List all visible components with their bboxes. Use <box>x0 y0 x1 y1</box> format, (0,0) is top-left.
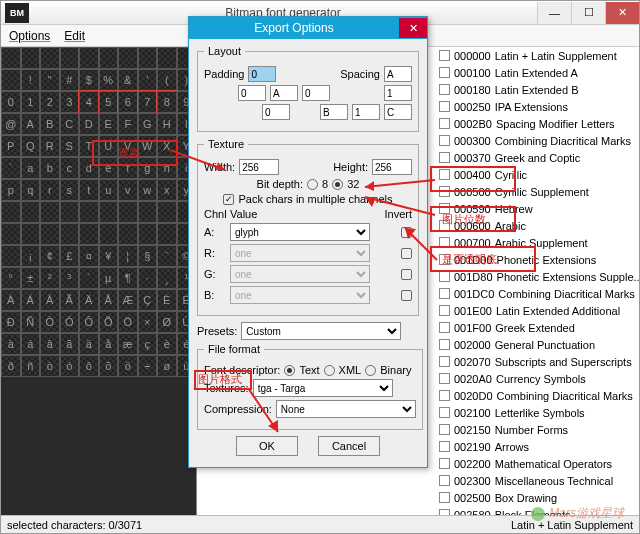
channel-g-select[interactable]: one <box>230 265 370 283</box>
range-checkbox[interactable] <box>439 475 450 486</box>
grid-cell[interactable]: ` <box>1 157 21 179</box>
grid-cell[interactable]: b <box>40 157 60 179</box>
grid-cell[interactable] <box>79 47 99 69</box>
dialog-close-button[interactable]: ✕ <box>399 18 427 38</box>
grid-cell[interactable]: Õ <box>99 311 119 333</box>
grid-cell[interactable] <box>99 223 119 245</box>
range-checkbox[interactable] <box>439 220 450 231</box>
range-checkbox[interactable] <box>439 186 450 197</box>
grid-cell[interactable]: W <box>138 135 158 157</box>
grid-cell[interactable]: ° <box>1 267 21 289</box>
range-checkbox[interactable] <box>439 288 450 299</box>
range-checkbox[interactable] <box>439 356 450 367</box>
grid-cell[interactable]: Æ <box>118 289 138 311</box>
range-list-item[interactable]: 000700Arabic Supplement <box>435 234 639 251</box>
grid-cell[interactable]: õ <box>99 355 119 377</box>
range-list-item[interactable]: 002070Subscripts and Superscripts <box>435 353 639 370</box>
grid-cell[interactable]: Å <box>99 289 119 311</box>
grid-cell[interactable]: å <box>99 333 119 355</box>
grid-cell[interactable]: 2 <box>40 91 60 113</box>
presets-select[interactable]: Custom <box>241 322 401 340</box>
grid-cell[interactable]: 8 <box>157 91 177 113</box>
grid-cell[interactable]: ó <box>60 355 80 377</box>
grid-cell[interactable]: ÷ <box>138 355 158 377</box>
grid-cell[interactable]: Ä <box>79 289 99 311</box>
grid-cell[interactable]: p <box>1 179 21 201</box>
grid-cell[interactable]: % <box>99 69 119 91</box>
close-button[interactable]: ✕ <box>605 2 639 24</box>
grid-cell[interactable] <box>1 69 21 91</box>
grid-cell[interactable]: v <box>118 179 138 201</box>
pack-chars-checkbox[interactable] <box>223 194 234 205</box>
range-checkbox[interactable] <box>439 305 450 316</box>
grid-cell[interactable]: X <box>157 135 177 157</box>
range-checkbox[interactable] <box>439 118 450 129</box>
minimize-button[interactable]: — <box>537 2 571 24</box>
grid-cell[interactable] <box>157 47 177 69</box>
cancel-button[interactable]: Cancel <box>318 436 380 456</box>
padding-a-input[interactable] <box>270 85 298 101</box>
dialog-titlebar[interactable]: Export Options ✕ <box>189 17 427 39</box>
channel-r-select[interactable]: one <box>230 244 370 262</box>
grid-cell[interactable]: ¨ <box>157 245 177 267</box>
grid-cell[interactable]: T <box>79 135 99 157</box>
grid-cell[interactable]: × <box>138 311 158 333</box>
grid-cell[interactable]: e <box>99 157 119 179</box>
grid-cell[interactable]: ñ <box>21 355 41 377</box>
grid-cell[interactable]: t <box>79 179 99 201</box>
range-checkbox[interactable] <box>439 492 450 503</box>
grid-cell[interactable]: u <box>99 179 119 201</box>
spacing-b-input[interactable] <box>320 104 348 120</box>
invert-b-checkbox[interactable] <box>401 290 412 301</box>
range-checkbox[interactable] <box>439 373 450 384</box>
grid-cell[interactable] <box>79 201 99 223</box>
grid-cell[interactable] <box>60 201 80 223</box>
grid-cell[interactable] <box>60 47 80 69</box>
grid-cell[interactable]: h <box>157 157 177 179</box>
grid-cell[interactable]: D <box>79 113 99 135</box>
range-checkbox[interactable] <box>439 407 450 418</box>
grid-cell[interactable]: Ø <box>157 311 177 333</box>
range-checkbox[interactable] <box>439 339 450 350</box>
grid-cell[interactable]: Á <box>21 289 41 311</box>
range-checkbox[interactable] <box>439 254 450 265</box>
grid-cell[interactable]: Ó <box>60 311 80 333</box>
grid-cell[interactable]: À <box>1 289 21 311</box>
range-list-item[interactable]: 001E00Latin Extended Additional <box>435 302 639 319</box>
grid-cell[interactable]: ã <box>60 333 80 355</box>
grid-cell[interactable] <box>1 201 21 223</box>
grid-cell[interactable]: ¸ <box>157 267 177 289</box>
range-list-item[interactable]: 000400Cyrillic <box>435 166 639 183</box>
range-list-item[interactable]: 002200Mathematical Operators <box>435 455 639 472</box>
grid-cell[interactable]: ¥ <box>99 245 119 267</box>
grid-cell[interactable]: ¶ <box>118 267 138 289</box>
grid-cell[interactable] <box>157 223 177 245</box>
maximize-button[interactable]: ☐ <box>571 2 605 24</box>
grid-cell[interactable] <box>138 223 158 245</box>
padding-left-input[interactable] <box>238 85 266 101</box>
invert-a-checkbox[interactable] <box>401 227 412 238</box>
grid-cell[interactable]: á <box>21 333 41 355</box>
grid-cell[interactable]: q <box>21 179 41 201</box>
grid-cell[interactable]: à <box>1 333 21 355</box>
range-list-item[interactable]: 0020D0Combining Diacritical Marks <box>435 387 639 404</box>
fd-xml-radio[interactable] <box>324 365 335 376</box>
grid-cell[interactable]: È <box>157 289 177 311</box>
range-checkbox[interactable] <box>439 441 450 452</box>
range-list-item[interactable]: 0002B0Spacing Modifier Letters <box>435 115 639 132</box>
grid-cell[interactable]: ô <box>79 355 99 377</box>
grid-cell[interactable] <box>118 223 138 245</box>
grid-cell[interactable]: x <box>157 179 177 201</box>
textures-select[interactable]: tga - Targa <box>253 379 393 397</box>
range-list-item[interactable]: 000500Cyrillic Supplement <box>435 183 639 200</box>
grid-cell[interactable]: @ <box>1 113 21 135</box>
grid-cell[interactable]: S <box>60 135 80 157</box>
range-list-item[interactable]: 000300Combining Diacritical Marks <box>435 132 639 149</box>
range-checkbox[interactable] <box>439 271 450 282</box>
range-checkbox[interactable] <box>439 458 450 469</box>
grid-cell[interactable] <box>40 223 60 245</box>
grid-cell[interactable]: 3 <box>60 91 80 113</box>
range-list-item[interactable]: 000100Latin Extended A <box>435 64 639 81</box>
range-checkbox[interactable] <box>439 67 450 78</box>
padding-top-input[interactable] <box>248 66 276 82</box>
